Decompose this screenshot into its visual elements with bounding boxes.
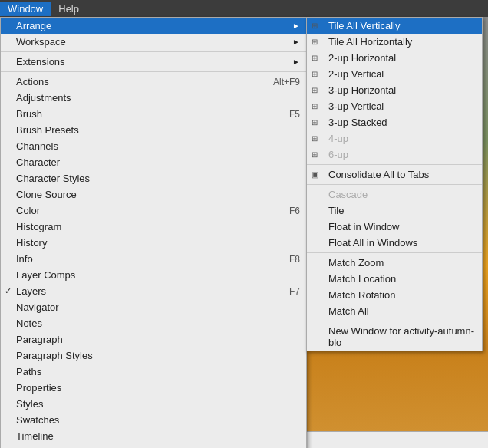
match-zoom-label: Match Zoom — [328, 257, 384, 268]
separator-2 — [1, 71, 306, 72]
submenu-item-tile[interactable]: Tile — [307, 203, 482, 219]
channels-label: Channels — [16, 140, 58, 152]
menu-item-layer-comps[interactable]: Layer Comps — [1, 267, 306, 283]
tile-label: Tile — [328, 205, 344, 216]
paragraph-label: Paragraph — [16, 334, 63, 345]
submenu-item-tile-all-horizontally[interactable]: ⊞ Tile All Horizontally — [307, 34, 482, 50]
window-menu-item[interactable]: Window — [0, 2, 51, 16]
menu-item-workspace[interactable]: Workspace ► — [1, 34, 306, 50]
menu-item-history[interactable]: History — [1, 235, 306, 251]
submenu-item-float-all-in-windows[interactable]: Float All in Windows — [307, 235, 482, 251]
arrange-submenu: ⊞ Tile All Vertically ⊞ Tile All Horizon… — [306, 17, 483, 351]
layers-shortcut: F7 — [289, 286, 300, 297]
workspace-arrow: ► — [292, 38, 300, 46]
submenu-separator-1 — [307, 164, 482, 165]
menu-item-properties[interactable]: Properties — [1, 380, 306, 396]
submenu-item-match-all[interactable]: Match All — [307, 303, 482, 319]
separator-1 — [1, 51, 306, 52]
menu-item-channels[interactable]: Channels — [1, 138, 306, 154]
brush-presets-label: Brush Presets — [16, 124, 79, 136]
submenu-item-match-rotation[interactable]: Match Rotation — [307, 287, 482, 303]
menu-item-arrange[interactable]: Arrange ► — [1, 18, 306, 34]
properties-label: Properties — [16, 382, 61, 394]
match-location-label: Match Location — [328, 273, 396, 285]
6up-label: 6-up — [328, 149, 348, 160]
clone-source-label: Clone Source — [16, 189, 77, 200]
menu-item-paths[interactable]: Paths — [1, 364, 306, 380]
3up-stacked-icon: ⊞ — [312, 118, 318, 127]
timeline-label: Timeline — [16, 430, 54, 442]
menu-item-swatches[interactable]: Swatches — [1, 412, 306, 428]
character-styles-label: Character Styles — [16, 173, 90, 184]
submenu-item-2up-horizontal[interactable]: ⊞ 2-up Horizontal — [307, 50, 482, 66]
submenu-item-3up-horizontal[interactable]: ⊞ 3-up Horizontal — [307, 82, 482, 98]
paths-label: Paths — [16, 366, 41, 377]
3up-horizontal-label: 3-up Horizontal — [328, 84, 396, 96]
submenu-item-float-in-window[interactable]: Float in Window — [307, 219, 482, 235]
tile-all-vertically-label: Tile All Vertically — [328, 20, 400, 31]
styles-label: Styles — [16, 398, 43, 410]
match-rotation-label: Match Rotation — [328, 289, 395, 301]
submenu-item-3up-stacked[interactable]: ⊞ 3-up Stacked — [307, 114, 482, 130]
menu-item-brush-presets[interactable]: Brush Presets — [1, 122, 306, 138]
extensions-arrow: ► — [292, 58, 300, 66]
menu-bar: Window Help — [0, 0, 488, 17]
layer-comps-label: Layer Comps — [16, 269, 75, 281]
histogram-label: Histogram — [16, 221, 61, 232]
submenu-item-new-window[interactable]: New Window for activity-autumn-blo — [307, 323, 482, 351]
new-window-label: New Window for activity-autumn-blo — [328, 325, 476, 348]
menu-item-paragraph-styles[interactable]: Paragraph Styles — [1, 348, 306, 364]
extensions-label: Extensions — [16, 56, 65, 68]
submenu-item-match-location[interactable]: Match Location — [307, 271, 482, 287]
submenu-item-tile-all-vertically[interactable]: ⊞ Tile All Vertically — [307, 18, 482, 34]
menu-item-character-styles[interactable]: Character Styles — [1, 170, 306, 186]
menu-item-tool-presets[interactable]: Tool Presets — [1, 444, 306, 448]
color-shortcut: F6 — [289, 206, 300, 216]
menu-item-histogram[interactable]: Histogram — [1, 219, 306, 235]
arrange-arrow: ► — [292, 21, 300, 30]
info-label: Info — [16, 253, 33, 265]
arrange-label: Arrange — [16, 20, 51, 31]
menu-item-brush[interactable]: Brush F5 — [1, 106, 306, 122]
menu-item-navigator[interactable]: Navigator — [1, 299, 306, 315]
2up-horizontal-icon: ⊞ — [312, 54, 318, 62]
submenu-separator-3 — [307, 252, 482, 253]
submenu-item-2up-vertical[interactable]: ⊞ 2-up Vertical — [307, 66, 482, 82]
float-in-window-label: Float in Window — [328, 221, 399, 232]
menu-item-styles[interactable]: Styles — [1, 396, 306, 412]
menu-item-paragraph[interactable]: Paragraph — [1, 331, 306, 348]
tile-all-horizontally-icon: ⊞ — [312, 38, 318, 46]
menu-item-info[interactable]: Info F8 — [1, 251, 306, 267]
4up-icon: ⊞ — [312, 134, 318, 143]
menu-item-character[interactable]: Character — [1, 154, 306, 170]
help-menu-item[interactable]: Help — [51, 2, 87, 16]
layers-checkmark: ✓ — [5, 286, 12, 296]
tile-all-horizontally-label: Tile All Horizontally — [328, 36, 412, 48]
submenu-item-match-zoom[interactable]: Match Zoom — [307, 255, 482, 271]
3up-horizontal-icon: ⊞ — [312, 86, 318, 94]
submenu-item-6up: ⊞ 6-up — [307, 147, 482, 163]
4up-label: 4-up — [328, 133, 348, 144]
submenu-item-consolidate[interactable]: ▣ Consolidate All to Tabs — [307, 166, 482, 183]
paragraph-styles-label: Paragraph Styles — [16, 350, 93, 361]
3up-stacked-label: 3-up Stacked — [328, 117, 387, 128]
navigator-label: Navigator — [16, 301, 59, 313]
consolidate-icon: ▣ — [312, 170, 318, 179]
menu-item-clone-source[interactable]: Clone Source — [1, 186, 306, 203]
layers-label: Layers — [16, 285, 46, 297]
menu-item-layers[interactable]: ✓ Layers F7 — [1, 283, 306, 299]
menu-item-actions[interactable]: Actions Alt+F9 — [1, 74, 306, 90]
submenu-separator-2 — [307, 184, 482, 185]
workspace-label: Workspace — [16, 36, 66, 48]
info-shortcut: F8 — [289, 254, 300, 265]
submenu-item-3up-vertical[interactable]: ⊞ 3-up Vertical — [307, 98, 482, 114]
menu-item-notes[interactable]: Notes — [1, 315, 306, 331]
actions-shortcut: Alt+F9 — [273, 77, 300, 87]
menu-item-timeline[interactable]: Timeline — [1, 428, 306, 444]
color-label: Color — [16, 205, 40, 216]
menu-item-adjustments[interactable]: Adjustments — [1, 90, 306, 106]
3up-vertical-icon: ⊞ — [312, 102, 318, 110]
menu-item-extensions[interactable]: Extensions ► — [1, 54, 306, 70]
menu-item-color[interactable]: Color F6 — [1, 203, 306, 219]
submenu-item-cascade: Cascade — [307, 186, 482, 203]
